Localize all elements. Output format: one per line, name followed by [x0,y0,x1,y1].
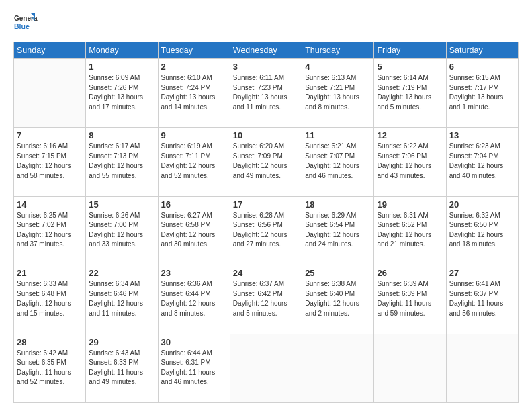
calendar-cell: 2Sunrise: 6:10 AM Sunset: 7:24 PM Daylig… [158,59,230,128]
calendar-week-1: 1Sunrise: 6:09 AM Sunset: 7:26 PM Daylig… [14,59,519,128]
calendar: SundayMondayTuesdayWednesdayThursdayFrid… [13,42,519,403]
calendar-cell: 7Sunrise: 6:16 AM Sunset: 7:15 PM Daylig… [14,128,86,196]
day-number: 15 [89,199,154,210]
calendar-cell: 11Sunrise: 6:21 AM Sunset: 7:07 PM Dayli… [302,128,374,196]
day-number: 30 [161,337,227,347]
calendar-cell: 30Sunrise: 6:44 AM Sunset: 6:31 PM Dayli… [158,334,230,402]
day-info: Sunrise: 6:13 AM Sunset: 7:21 PM Dayligh… [305,73,371,112]
day-info: Sunrise: 6:17 AM Sunset: 7:13 PM Dayligh… [89,142,154,181]
calendar-cell [374,334,446,402]
calendar-cell: 18Sunrise: 6:29 AM Sunset: 6:54 PM Dayli… [302,196,374,265]
calendar-week-5: 28Sunrise: 6:42 AM Sunset: 6:35 PM Dayli… [14,334,519,402]
day-number: 22 [89,268,154,278]
day-header-sunday: Sunday [14,42,86,59]
day-info: Sunrise: 6:31 AM Sunset: 6:52 PM Dayligh… [377,211,443,250]
day-info: Sunrise: 6:41 AM Sunset: 6:37 PM Dayligh… [449,279,515,318]
day-info: Sunrise: 6:29 AM Sunset: 6:54 PM Dayligh… [305,211,371,250]
day-info: Sunrise: 6:20 AM Sunset: 7:09 PM Dayligh… [233,142,299,181]
day-header-saturday: Saturday [446,42,518,59]
day-number: 9 [161,130,227,140]
day-number: 18 [305,199,371,210]
day-info: Sunrise: 6:37 AM Sunset: 6:42 PM Dayligh… [233,279,299,318]
day-number: 7 [17,130,83,140]
day-number: 17 [233,199,299,210]
day-number: 5 [377,62,443,72]
calendar-cell: 14Sunrise: 6:25 AM Sunset: 7:02 PM Dayli… [14,196,86,265]
day-number: 12 [377,130,443,140]
day-number: 20 [449,199,515,210]
day-number: 3 [233,62,299,72]
calendar-cell: 22Sunrise: 6:34 AM Sunset: 6:46 PM Dayli… [86,265,158,334]
calendar-cell: 5Sunrise: 6:14 AM Sunset: 7:19 PM Daylig… [374,59,446,128]
calendar-cell [302,334,374,402]
calendar-header-row: SundayMondayTuesdayWednesdayThursdayFrid… [14,42,519,59]
day-number: 25 [305,268,371,278]
page: General Blue SundayMondayTuesdayWednesda… [0,0,532,411]
day-info: Sunrise: 6:27 AM Sunset: 6:58 PM Dayligh… [161,211,227,250]
calendar-cell: 9Sunrise: 6:19 AM Sunset: 7:11 PM Daylig… [158,128,230,196]
calendar-cell: 27Sunrise: 6:41 AM Sunset: 6:37 PM Dayli… [446,265,518,334]
day-info: Sunrise: 6:21 AM Sunset: 7:07 PM Dayligh… [305,142,371,181]
header: General Blue [13,12,519,36]
day-info: Sunrise: 6:33 AM Sunset: 6:48 PM Dayligh… [17,279,83,318]
day-number: 24 [233,268,299,278]
day-number: 8 [89,130,154,140]
calendar-cell: 24Sunrise: 6:37 AM Sunset: 6:42 PM Dayli… [230,265,302,334]
day-info: Sunrise: 6:44 AM Sunset: 6:31 PM Dayligh… [161,349,227,387]
day-header-friday: Friday [374,42,446,59]
calendar-cell: 25Sunrise: 6:38 AM Sunset: 6:40 PM Dayli… [302,265,374,334]
calendar-cell [14,59,86,128]
calendar-cell: 4Sunrise: 6:13 AM Sunset: 7:21 PM Daylig… [302,59,374,128]
day-info: Sunrise: 6:25 AM Sunset: 7:02 PM Dayligh… [17,211,83,250]
day-info: Sunrise: 6:38 AM Sunset: 6:40 PM Dayligh… [305,279,371,318]
calendar-cell: 28Sunrise: 6:42 AM Sunset: 6:35 PM Dayli… [14,334,86,402]
logo-svg: General Blue [13,12,38,36]
svg-text:Blue: Blue [14,22,30,30]
logo: General Blue [13,12,38,36]
calendar-week-2: 7Sunrise: 6:16 AM Sunset: 7:15 PM Daylig… [14,128,519,196]
calendar-cell: 12Sunrise: 6:22 AM Sunset: 7:06 PM Dayli… [374,128,446,196]
day-number: 14 [17,199,83,210]
day-info: Sunrise: 6:34 AM Sunset: 6:46 PM Dayligh… [89,279,154,318]
calendar-cell: 26Sunrise: 6:39 AM Sunset: 6:39 PM Dayli… [374,265,446,334]
day-info: Sunrise: 6:39 AM Sunset: 6:39 PM Dayligh… [377,279,443,318]
calendar-cell: 29Sunrise: 6:43 AM Sunset: 6:33 PM Dayli… [86,334,158,402]
day-number: 1 [89,62,154,72]
day-info: Sunrise: 6:15 AM Sunset: 7:17 PM Dayligh… [449,73,515,112]
day-number: 19 [377,199,443,210]
day-info: Sunrise: 6:09 AM Sunset: 7:26 PM Dayligh… [89,73,154,112]
calendar-cell: 20Sunrise: 6:32 AM Sunset: 6:50 PM Dayli… [446,196,518,265]
calendar-week-3: 14Sunrise: 6:25 AM Sunset: 7:02 PM Dayli… [14,196,519,265]
calendar-cell: 3Sunrise: 6:11 AM Sunset: 7:23 PM Daylig… [230,59,302,128]
day-header-wednesday: Wednesday [230,42,302,59]
calendar-cell: 10Sunrise: 6:20 AM Sunset: 7:09 PM Dayli… [230,128,302,196]
day-number: 23 [161,268,227,278]
calendar-cell: 1Sunrise: 6:09 AM Sunset: 7:26 PM Daylig… [86,59,158,128]
day-info: Sunrise: 6:14 AM Sunset: 7:19 PM Dayligh… [377,73,443,112]
day-number: 11 [305,130,371,140]
calendar-cell [446,334,518,402]
day-info: Sunrise: 6:42 AM Sunset: 6:35 PM Dayligh… [17,349,83,387]
calendar-cell: 21Sunrise: 6:33 AM Sunset: 6:48 PM Dayli… [14,265,86,334]
day-info: Sunrise: 6:32 AM Sunset: 6:50 PM Dayligh… [449,211,515,250]
day-number: 6 [449,62,515,72]
day-info: Sunrise: 6:16 AM Sunset: 7:15 PM Dayligh… [17,142,83,181]
day-number: 4 [305,62,371,72]
calendar-cell: 16Sunrise: 6:27 AM Sunset: 6:58 PM Dayli… [158,196,230,265]
day-info: Sunrise: 6:43 AM Sunset: 6:33 PM Dayligh… [89,349,154,387]
calendar-cell: 8Sunrise: 6:17 AM Sunset: 7:13 PM Daylig… [86,128,158,196]
day-info: Sunrise: 6:26 AM Sunset: 7:00 PM Dayligh… [89,211,154,250]
calendar-cell [230,334,302,402]
day-header-tuesday: Tuesday [158,42,230,59]
calendar-cell: 17Sunrise: 6:28 AM Sunset: 6:56 PM Dayli… [230,196,302,265]
calendar-cell: 23Sunrise: 6:36 AM Sunset: 6:44 PM Dayli… [158,265,230,334]
day-info: Sunrise: 6:10 AM Sunset: 7:24 PM Dayligh… [161,73,227,112]
day-info: Sunrise: 6:22 AM Sunset: 7:06 PM Dayligh… [377,142,443,181]
calendar-cell: 15Sunrise: 6:26 AM Sunset: 7:00 PM Dayli… [86,196,158,265]
day-number: 28 [17,337,83,347]
day-number: 21 [17,268,83,278]
day-info: Sunrise: 6:23 AM Sunset: 7:04 PM Dayligh… [449,142,515,181]
calendar-cell: 6Sunrise: 6:15 AM Sunset: 7:17 PM Daylig… [446,59,518,128]
day-number: 13 [449,130,515,140]
day-info: Sunrise: 6:11 AM Sunset: 7:23 PM Dayligh… [233,73,299,112]
